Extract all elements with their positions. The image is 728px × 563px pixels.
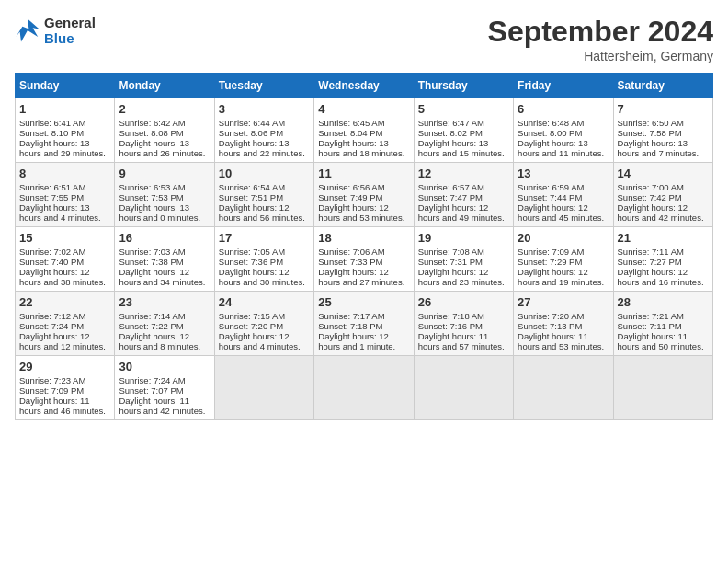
sunrise-label: Sunrise: 6:41 AM: [19, 118, 85, 128]
day-number: 27: [518, 295, 609, 309]
day-number: 11: [318, 167, 409, 180]
sunset-label: Sunset: 7:33 PM: [318, 257, 382, 267]
sunrise-label: Sunrise: 6:47 AM: [418, 118, 484, 128]
daylight-label: Daylight hours: 12 hours and 34 minutes.: [119, 267, 205, 287]
sunrise-label: Sunrise: 6:44 AM: [219, 118, 285, 128]
sunset-label: Sunset: 7:09 PM: [19, 385, 84, 396]
calendar-cell: 27Sunrise: 7:20 AMSunset: 7:13 PMDayligh…: [514, 292, 613, 356]
calendar-cell: 25Sunrise: 7:17 AMSunset: 7:18 PMDayligh…: [314, 292, 414, 356]
daylight-label: Daylight hours: 12 hours and 38 minutes.: [19, 267, 106, 287]
day-number: 24: [219, 295, 310, 309]
calendar-row: 29Sunrise: 7:23 AMSunset: 7:09 PMDayligh…: [16, 356, 713, 420]
daylight-label: Daylight hours: 12 hours and 27 minutes.: [318, 267, 404, 287]
sunrise-label: Sunrise: 7:14 AM: [119, 311, 185, 321]
calendar-cell: 21Sunrise: 7:11 AMSunset: 7:27 PMDayligh…: [613, 227, 712, 292]
sunset-label: Sunset: 7:44 PM: [518, 192, 582, 202]
calendar-row: 15Sunrise: 7:02 AMSunset: 7:40 PMDayligh…: [16, 227, 713, 292]
sunset-label: Sunset: 7:29 PM: [518, 257, 582, 267]
day-number: 13: [518, 167, 609, 180]
calendar-row: 8Sunrise: 6:51 AMSunset: 7:55 PMDaylight…: [16, 163, 713, 227]
daylight-label: Daylight hours: 12 hours and 56 minutes.: [219, 202, 305, 223]
sunset-label: Sunset: 7:49 PM: [318, 192, 382, 202]
calendar-cell: 23Sunrise: 7:14 AMSunset: 7:22 PMDayligh…: [115, 292, 214, 356]
daylight-label: Daylight hours: 11 hours and 50 minutes.: [618, 331, 704, 351]
sunrise-label: Sunrise: 7:24 AM: [119, 375, 185, 385]
sunset-label: Sunset: 8:04 PM: [318, 128, 382, 138]
day-number: 2: [119, 102, 210, 116]
daylight-label: Daylight hours: 12 hours and 45 minutes.: [518, 202, 604, 223]
sunrise-label: Sunrise: 7:06 AM: [318, 247, 384, 257]
col-sunday: Sunday: [16, 74, 115, 98]
daylight-label: Daylight hours: 13 hours and 11 minutes.: [518, 138, 604, 158]
sunrise-label: Sunrise: 6:42 AM: [119, 118, 185, 128]
sunrise-label: Sunrise: 6:45 AM: [318, 118, 384, 128]
calendar-row: 22Sunrise: 7:12 AMSunset: 7:24 PMDayligh…: [16, 292, 713, 356]
day-number: 28: [618, 295, 709, 309]
sunset-label: Sunset: 7:40 PM: [19, 257, 84, 267]
sunrise-label: Sunrise: 7:12 AM: [19, 311, 85, 321]
sunset-label: Sunset: 7:31 PM: [418, 257, 483, 267]
calendar-cell: 24Sunrise: 7:15 AMSunset: 7:20 PMDayligh…: [214, 292, 313, 356]
col-tuesday: Tuesday: [214, 74, 313, 98]
day-number: 7: [618, 102, 709, 116]
day-number: 6: [518, 102, 609, 116]
daylight-label: Daylight hours: 12 hours and 53 minutes.: [318, 202, 404, 223]
sunrise-label: Sunrise: 6:50 AM: [618, 118, 684, 128]
calendar-cell: 11Sunrise: 6:56 AMSunset: 7:49 PMDayligh…: [314, 163, 414, 227]
day-number: 5: [418, 102, 509, 116]
sunset-label: Sunset: 7:55 PM: [19, 192, 84, 202]
col-wednesday: Wednesday: [314, 74, 414, 98]
month-title: September 2024: [488, 15, 713, 49]
day-number: 20: [518, 231, 609, 245]
sunrise-label: Sunrise: 7:15 AM: [219, 311, 285, 321]
col-thursday: Thursday: [414, 74, 513, 98]
sunrise-label: Sunrise: 7:17 AM: [318, 311, 384, 321]
calendar-cell: 4Sunrise: 6:45 AMSunset: 8:04 PMDaylight…: [314, 98, 414, 163]
day-number: 4: [318, 102, 409, 116]
sunrise-label: Sunrise: 6:48 AM: [518, 118, 584, 128]
calendar-cell: 8Sunrise: 6:51 AMSunset: 7:55 PMDaylight…: [16, 163, 115, 227]
sunset-label: Sunset: 7:38 PM: [119, 257, 183, 267]
sunrise-label: Sunrise: 6:51 AM: [19, 182, 85, 192]
sunset-label: Sunset: 8:02 PM: [418, 128, 483, 138]
daylight-label: Daylight hours: 12 hours and 1 minute.: [318, 331, 395, 351]
calendar-cell: 2Sunrise: 6:42 AMSunset: 8:08 PMDaylight…: [115, 98, 214, 163]
sunset-label: Sunset: 7:51 PM: [219, 192, 283, 202]
sunrise-label: Sunrise: 7:08 AM: [418, 247, 484, 257]
daylight-label: Daylight hours: 13 hours and 15 minutes.: [418, 138, 505, 158]
daylight-label: Daylight hours: 12 hours and 30 minutes.: [219, 267, 305, 287]
calendar-cell: [514, 356, 613, 420]
calendar-cell: [214, 356, 313, 420]
day-number: 17: [219, 231, 310, 245]
daylight-label: Daylight hours: 11 hours and 53 minutes.: [518, 331, 604, 351]
calendar-cell: 16Sunrise: 7:03 AMSunset: 7:38 PMDayligh…: [115, 227, 214, 292]
sunrise-label: Sunrise: 7:03 AM: [119, 247, 185, 257]
calendar-cell: [314, 356, 414, 420]
day-number: 18: [318, 231, 409, 245]
logo: General Blue: [15, 15, 96, 46]
day-number: 16: [119, 231, 210, 245]
sunrise-label: Sunrise: 7:11 AM: [618, 247, 684, 257]
daylight-label: Daylight hours: 13 hours and 18 minutes.: [318, 138, 404, 158]
title-block: September 2024 Hattersheim, Germany: [488, 15, 713, 63]
calendar-cell: 9Sunrise: 6:53 AMSunset: 7:53 PMDaylight…: [115, 163, 214, 227]
col-friday: Friday: [514, 74, 613, 98]
calendar-row: 1Sunrise: 6:41 AMSunset: 8:10 PMDaylight…: [16, 98, 713, 163]
day-number: 14: [618, 167, 709, 180]
calendar-cell: 1Sunrise: 6:41 AMSunset: 8:10 PMDaylight…: [16, 98, 115, 163]
sunset-label: Sunset: 7:22 PM: [119, 321, 183, 331]
calendar-cell: 22Sunrise: 7:12 AMSunset: 7:24 PMDayligh…: [16, 292, 115, 356]
calendar-cell: [613, 356, 712, 420]
sunset-label: Sunset: 7:16 PM: [418, 321, 483, 331]
day-number: 30: [119, 360, 210, 373]
sunrise-label: Sunrise: 7:02 AM: [19, 247, 85, 257]
page-header: General Blue September 2024 Hattersheim,…: [15, 15, 713, 63]
calendar-cell: 7Sunrise: 6:50 AMSunset: 7:58 PMDaylight…: [613, 98, 712, 163]
daylight-label: Daylight hours: 13 hours and 0 minutes.: [119, 202, 200, 223]
sunrise-label: Sunrise: 7:20 AM: [518, 311, 584, 321]
sunset-label: Sunset: 7:47 PM: [418, 192, 483, 202]
sunset-label: Sunset: 8:08 PM: [119, 128, 183, 138]
sunrise-label: Sunrise: 7:21 AM: [618, 311, 684, 321]
day-number: 25: [318, 295, 409, 309]
sunset-label: Sunset: 7:36 PM: [219, 257, 283, 267]
